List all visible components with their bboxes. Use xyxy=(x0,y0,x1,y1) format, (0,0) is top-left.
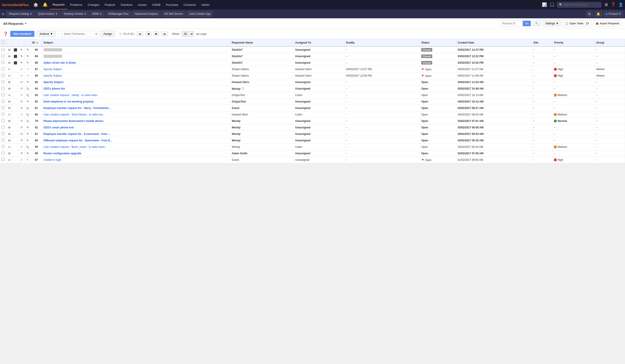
actions-button[interactable]: Actions ▼ xyxy=(37,30,56,37)
product-button[interactable]: ▶ Product O xyxy=(604,11,623,17)
new-incident-button[interactable]: New Incident xyxy=(10,31,34,37)
subject-link[interactable]: Specify Subject xyxy=(44,81,63,84)
subject-link[interactable]: Specify Subject xyxy=(44,68,62,71)
email-icon[interactable]: ✉ xyxy=(8,152,10,155)
settings-button[interactable]: Settings ▼ xyxy=(543,21,561,26)
row-checkbox[interactable] xyxy=(1,126,4,129)
subject-link[interactable]: Employee transfer request for - Harry - … xyxy=(44,107,111,110)
row-subject[interactable]: ████ is Down xyxy=(42,53,230,60)
email-icon[interactable]: ✉ xyxy=(8,132,10,136)
refresh-icon[interactable]: ↺ xyxy=(20,107,23,110)
email-icon[interactable]: ✉ xyxy=(8,120,10,123)
refresh-icon[interactable]: ↺ xyxy=(20,100,23,103)
email-icon[interactable]: ✉ xyxy=(8,48,10,52)
email-icon[interactable]: ✉ xyxy=(8,55,10,58)
refresh-icon[interactable]: ↺ xyxy=(20,139,23,142)
note-icon[interactable]: ✎ xyxy=(27,100,29,103)
note-icon[interactable]: ✎ xyxy=(27,68,29,71)
note-icon[interactable]: ✎ xyxy=(27,152,29,155)
row-checkbox[interactable] xyxy=(1,145,4,148)
email-icon[interactable]: ✉ xyxy=(8,74,10,78)
copy-icon[interactable]: ⬛ xyxy=(14,55,17,58)
refresh-icon[interactable]: ↺ xyxy=(20,113,23,116)
refresh-icon[interactable]: ↺ xyxy=(20,145,23,149)
row-subject[interactable]: Employee transfer request for - $ userna… xyxy=(42,131,230,137)
request-catalog-button[interactable]: Request Catalog ▼ xyxy=(6,11,34,17)
refresh-icon[interactable]: ↺ xyxy=(20,81,23,84)
row-subject[interactable]: Specify Subject xyxy=(42,66,230,73)
note-icon[interactable]: ✎ xyxy=(27,139,29,142)
row-checkbox[interactable] xyxy=(1,119,4,122)
email-icon[interactable]: ✉ xyxy=(8,107,10,110)
email-icon[interactable]: ✉ xyxy=(8,126,10,129)
notification-icon[interactable]: 🔔 xyxy=(40,2,50,7)
row-subject[interactable]: Please deprovision $username's mobile de… xyxy=(42,118,230,124)
desktop-central-button[interactable]: Desktop Central ▼ xyxy=(62,11,89,17)
row-subject[interactable]: Specify Subject xyxy=(42,73,230,79)
col-id[interactable]: ID ⇅ xyxy=(31,39,42,46)
nav-item-cmdb[interactable]: CMDB xyxy=(149,0,163,9)
edit-icon[interactable]: ✎ xyxy=(20,61,23,64)
nav-item-projects[interactable]: Projects xyxy=(102,0,118,9)
row-checkbox[interactable] xyxy=(1,113,4,116)
nav-item-problems[interactable]: Problems xyxy=(67,0,85,9)
subject-link[interactable]: Desk telephone is not working properly xyxy=(44,100,94,103)
row-subject[interactable]: User creation request - Stone Banks - to… xyxy=(42,111,230,118)
row-checkbox[interactable] xyxy=(1,74,4,77)
row-subject[interactable]: ████ is Down xyxy=(42,46,230,53)
row-subject[interactable]: Router configuration upgrade xyxy=(42,150,230,157)
row-subject[interactable]: Zylker eCom site is Down xyxy=(42,60,230,66)
row-subject[interactable]: Offboard employee request for - $usernam… xyxy=(42,137,230,144)
row-checkbox[interactable] xyxy=(1,87,4,90)
subject-link[interactable]: ████ is Down xyxy=(44,48,62,51)
note-icon[interactable]: ✎ xyxy=(27,74,29,77)
row-subject[interactable]: CEO's smart phone lost xyxy=(42,124,230,131)
row-subject[interactable]: Specify Subject xyxy=(42,79,230,86)
email-icon[interactable]: ✉ xyxy=(8,113,10,116)
ad-self-service-button[interactable]: AD Self Service xyxy=(162,11,186,17)
refresh-icon[interactable]: ↺ xyxy=(20,132,23,136)
first-page-button[interactable]: ⏮ xyxy=(137,31,143,36)
refresh-icon[interactable]: ↺ xyxy=(20,120,23,122)
email-icon[interactable]: ✉ xyxy=(8,81,10,84)
subject-link[interactable]: ████ is Down xyxy=(44,55,62,58)
nav-item-admin[interactable]: Admin xyxy=(199,0,212,9)
monitor-small-icon[interactable]: 🖥 xyxy=(586,11,593,17)
row-checkbox[interactable] xyxy=(1,152,4,154)
row-subject[interactable]: Desk telephone is not working properly xyxy=(42,98,230,105)
subject-link[interactable]: User creation request - Sandy - to sales… xyxy=(44,93,97,97)
refresh-icon[interactable]: ↺ xyxy=(20,93,23,97)
subject-link[interactable]: Offboard employee request for - $usernam… xyxy=(44,139,112,142)
row-subject[interactable]: Unable to login xyxy=(42,157,230,163)
per-page-select[interactable]: 25 50 100 xyxy=(181,31,194,37)
note-icon[interactable]: ✎ xyxy=(27,126,29,129)
row-subject[interactable]: Employee transfer request for - Harry - … xyxy=(42,105,230,111)
email-icon[interactable]: ✉ xyxy=(8,87,10,91)
note-icon[interactable]: ✎ xyxy=(27,81,29,84)
row-checkbox[interactable] xyxy=(1,100,4,103)
email-icon[interactable]: ✉ xyxy=(8,145,10,149)
row-checkbox[interactable] xyxy=(1,106,4,109)
email-icon[interactable]: ✉ xyxy=(8,100,10,103)
email-icon[interactable]: ✉ xyxy=(8,93,10,97)
note-icon[interactable]: ✎ xyxy=(27,55,29,58)
row-checkbox[interactable] xyxy=(1,61,4,64)
row-checkbox[interactable] xyxy=(1,139,4,142)
prev-page-button[interactable]: ◀ xyxy=(145,31,151,36)
nav-item-assets[interactable]: Assets xyxy=(135,0,149,9)
nav-item-solutions[interactable]: Solutions xyxy=(118,0,135,9)
email-icon[interactable]: ✉ xyxy=(8,68,10,71)
brand-logo[interactable]: ServiceDeskPlus xyxy=(2,3,29,7)
email-icon[interactable]: ✉ xyxy=(8,158,10,162)
dropdown-arrow[interactable]: ▼ xyxy=(24,22,27,25)
row-checkbox[interactable] xyxy=(1,67,4,70)
note-icon[interactable]: ✎ xyxy=(27,132,29,136)
refresh-icon[interactable]: ↺ xyxy=(20,126,23,129)
row-checkbox[interactable] xyxy=(1,132,4,135)
copy-icon[interactable]: ⬛ xyxy=(14,48,17,52)
nav-item-requests[interactable]: Requests xyxy=(50,0,67,9)
row-checkbox[interactable] xyxy=(1,93,4,96)
email-icon[interactable]: ✉ xyxy=(8,139,10,142)
refresh-icon[interactable]: ↺ xyxy=(20,87,23,90)
subject-link[interactable]: CEO's smart phone lost xyxy=(44,126,74,129)
